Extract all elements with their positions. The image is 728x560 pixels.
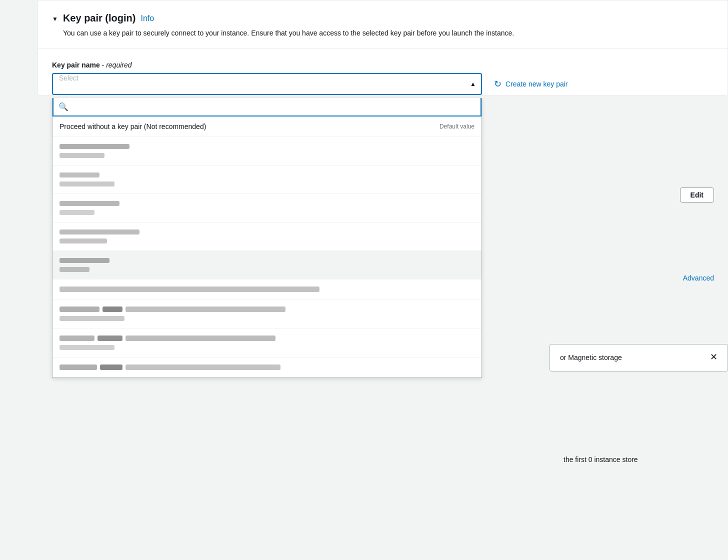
dropdown-search-input[interactable] <box>72 103 476 111</box>
section-header: ▼ Key pair (login) Info You can use a ke… <box>38 0 728 48</box>
dropdown-item-2[interactable] <box>52 166 482 194</box>
dropdown-item-default[interactable]: Proceed without a key pair (Not recommen… <box>52 116 482 137</box>
advanced-link-container: Advanced <box>550 274 728 282</box>
dropdown-item-8[interactable] <box>52 328 482 358</box>
dropdown-item-5[interactable] <box>52 251 482 280</box>
blurred-content-6 <box>60 286 320 293</box>
blurred-content-7 <box>60 306 286 322</box>
select-dropdown[interactable]: Select <box>52 73 482 95</box>
field-area: Key pair name - required Select ▲ ↻ Crea… <box>38 49 728 95</box>
dropdown-item-9[interactable] <box>52 358 482 378</box>
required-indicator: - required <box>102 61 132 69</box>
blurred-content-3 <box>60 200 120 216</box>
dropdown-item-4[interactable] <box>52 222 482 251</box>
search-row: 🔍 <box>52 98 482 116</box>
create-key-pair-button[interactable]: ↻ Create new key pair <box>494 78 568 90</box>
dropdown-item-1[interactable] <box>52 137 482 166</box>
info-link[interactable]: Info <box>140 14 154 23</box>
section-title-row: ▼ Key pair (login) Info <box>52 12 714 24</box>
create-key-pair-label: Create new key pair <box>506 80 568 88</box>
collapse-icon[interactable]: ▼ <box>52 16 58 22</box>
blurred-content-5 <box>60 257 110 273</box>
section-title: Key pair (login) <box>63 12 136 24</box>
section-description: You can use a key pair to securely conne… <box>52 28 714 38</box>
select-wrapper: Select ▲ <box>52 73 482 95</box>
dropdown-list: Proceed without a key pair (Not recommen… <box>52 116 482 378</box>
blurred-content-4 <box>60 228 140 244</box>
dropdown-item-default-label: Proceed without a key pair (Not recommen… <box>60 122 206 130</box>
dropdown-item-default-badge: Default value <box>440 123 474 130</box>
field-label: Key pair name - required <box>52 61 714 69</box>
key-pair-dropdown: 🔍 Proceed without a key pair (Not recomm… <box>52 98 482 378</box>
dropdown-item-3[interactable] <box>52 194 482 222</box>
edit-button[interactable]: Edit <box>680 188 714 202</box>
dropdown-item-7[interactable] <box>52 300 482 328</box>
blurred-content-8 <box>60 334 276 351</box>
select-placeholder: Select <box>59 74 78 82</box>
page-wrapper: ▼ Key pair (login) Info You can use a ke… <box>0 0 728 560</box>
advanced-link[interactable]: Advanced <box>683 274 714 282</box>
blurred-content-1 <box>60 143 130 159</box>
notification-card: or Magnetic storage ✕ <box>550 344 728 372</box>
search-icon: 🔍 <box>58 102 68 112</box>
notification-text: or Magnetic storage <box>560 352 622 363</box>
blurred-content-9 <box>60 364 280 371</box>
refresh-icon: ↻ <box>494 78 502 90</box>
main-card: ▼ Key pair (login) Info You can use a ke… <box>38 0 728 96</box>
instance-store-text: the first 0 instance store <box>550 454 728 465</box>
blurred-content-2 <box>60 172 114 188</box>
notification-close-button[interactable]: ✕ <box>710 352 718 362</box>
dropdown-item-6[interactable] <box>52 280 482 300</box>
